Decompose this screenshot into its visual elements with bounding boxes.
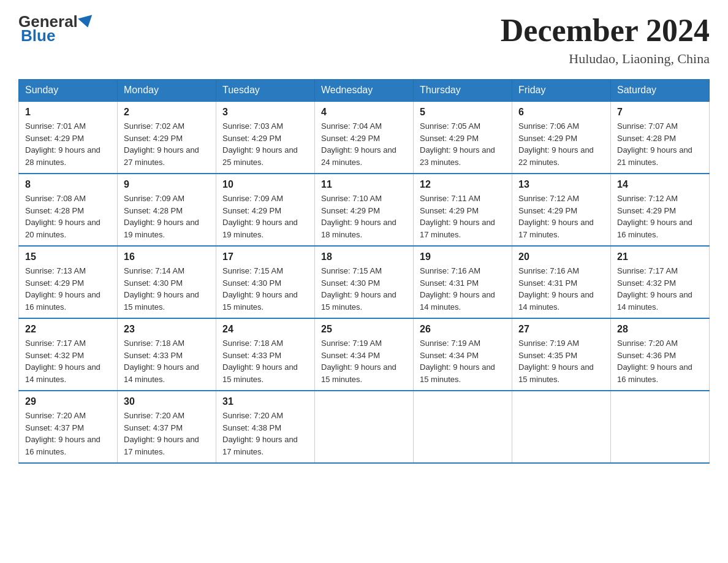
weekday-header-row: SundayMondayTuesdayWednesdayThursdayFrid… [19, 80, 710, 102]
day-info: Sunrise: 7:16 AM Sunset: 4:31 PM Dayligh… [518, 265, 604, 313]
calendar-cell: 29 Sunrise: 7:20 AM Sunset: 4:37 PM Dayl… [19, 391, 118, 463]
week-row-1: 1 Sunrise: 7:01 AM Sunset: 4:29 PM Dayli… [19, 101, 710, 174]
day-number: 24 [222, 324, 308, 335]
calendar-cell: 2 Sunrise: 7:02 AM Sunset: 4:29 PM Dayli… [118, 101, 216, 174]
day-info: Sunrise: 7:12 AM Sunset: 4:29 PM Dayligh… [617, 193, 703, 240]
day-info: Sunrise: 7:20 AM Sunset: 4:37 PM Dayligh… [25, 410, 111, 458]
day-number: 15 [25, 251, 111, 262]
calendar-cell: 21 Sunrise: 7:17 AM Sunset: 4:32 PM Dayl… [611, 246, 710, 318]
day-number: 31 [222, 396, 308, 407]
day-info: Sunrise: 7:17 AM Sunset: 4:32 PM Dayligh… [25, 337, 111, 385]
week-row-3: 15 Sunrise: 7:13 AM Sunset: 4:29 PM Dayl… [19, 246, 710, 318]
day-info: Sunrise: 7:03 AM Sunset: 4:29 PM Dayligh… [222, 120, 308, 168]
day-info: Sunrise: 7:19 AM Sunset: 4:34 PM Dayligh… [420, 337, 506, 385]
logo: General Blue [18, 12, 95, 45]
day-number: 9 [124, 179, 210, 190]
day-number: 26 [420, 324, 506, 335]
day-info: Sunrise: 7:02 AM Sunset: 4:29 PM Dayligh… [124, 120, 210, 168]
day-info: Sunrise: 7:08 AM Sunset: 4:28 PM Dayligh… [25, 193, 111, 240]
day-info: Sunrise: 7:09 AM Sunset: 4:29 PM Dayligh… [222, 193, 308, 240]
day-number: 18 [321, 251, 407, 262]
calendar-cell: 9 Sunrise: 7:09 AM Sunset: 4:28 PM Dayli… [118, 174, 216, 246]
day-number: 29 [25, 396, 111, 407]
calendar-cell: 22 Sunrise: 7:17 AM Sunset: 4:32 PM Dayl… [19, 318, 118, 391]
day-number: 17 [222, 251, 308, 262]
calendar-cell: 19 Sunrise: 7:16 AM Sunset: 4:31 PM Dayl… [414, 246, 512, 318]
day-info: Sunrise: 7:11 AM Sunset: 4:29 PM Dayligh… [420, 193, 506, 240]
calendar-cell [611, 391, 710, 463]
day-number: 20 [518, 251, 604, 262]
day-number: 12 [420, 179, 506, 190]
day-number: 4 [321, 107, 407, 118]
calendar-cell: 16 Sunrise: 7:14 AM Sunset: 4:30 PM Dayl… [118, 246, 216, 318]
calendar-table: SundayMondayTuesdayWednesdayThursdayFrid… [18, 79, 710, 464]
day-info: Sunrise: 7:10 AM Sunset: 4:29 PM Dayligh… [321, 193, 407, 240]
week-row-2: 8 Sunrise: 7:08 AM Sunset: 4:28 PM Dayli… [19, 174, 710, 246]
day-number: 11 [321, 179, 407, 190]
day-number: 28 [617, 324, 703, 335]
day-info: Sunrise: 7:14 AM Sunset: 4:30 PM Dayligh… [124, 265, 210, 313]
weekday-header-saturday: Saturday [611, 80, 710, 102]
calendar-cell: 3 Sunrise: 7:03 AM Sunset: 4:29 PM Dayli… [216, 101, 315, 174]
calendar-cell: 24 Sunrise: 7:18 AM Sunset: 4:33 PM Dayl… [216, 318, 315, 391]
day-number: 1 [25, 107, 111, 118]
calendar-cell: 26 Sunrise: 7:19 AM Sunset: 4:34 PM Dayl… [414, 318, 512, 391]
day-number: 5 [420, 107, 506, 118]
weekday-header-monday: Monday [118, 80, 216, 102]
calendar-cell: 12 Sunrise: 7:11 AM Sunset: 4:29 PM Dayl… [414, 174, 512, 246]
day-info: Sunrise: 7:01 AM Sunset: 4:29 PM Dayligh… [25, 120, 111, 168]
day-number: 19 [420, 251, 506, 262]
weekday-header-tuesday: Tuesday [216, 80, 315, 102]
day-info: Sunrise: 7:19 AM Sunset: 4:34 PM Dayligh… [321, 337, 407, 385]
weekday-header-friday: Friday [512, 80, 611, 102]
calendar-cell: 6 Sunrise: 7:06 AM Sunset: 4:29 PM Dayli… [512, 101, 611, 174]
day-number: 21 [617, 251, 703, 262]
calendar-cell: 27 Sunrise: 7:19 AM Sunset: 4:35 PM Dayl… [512, 318, 611, 391]
day-info: Sunrise: 7:20 AM Sunset: 4:36 PM Dayligh… [617, 337, 703, 385]
calendar-cell: 13 Sunrise: 7:12 AM Sunset: 4:29 PM Dayl… [512, 174, 611, 246]
weekday-header-sunday: Sunday [19, 80, 118, 102]
month-title: December 2024 [501, 12, 710, 48]
calendar-cell: 14 Sunrise: 7:12 AM Sunset: 4:29 PM Dayl… [611, 174, 710, 246]
header: General Blue December 2024 Huludao, Liao… [18, 12, 710, 67]
day-number: 25 [321, 324, 407, 335]
day-number: 22 [25, 324, 111, 335]
calendar-cell [512, 391, 611, 463]
calendar-cell: 31 Sunrise: 7:20 AM Sunset: 4:38 PM Dayl… [216, 391, 315, 463]
calendar-cell [315, 391, 414, 463]
day-number: 7 [617, 107, 703, 118]
calendar-cell: 18 Sunrise: 7:15 AM Sunset: 4:30 PM Dayl… [315, 246, 414, 318]
day-info: Sunrise: 7:18 AM Sunset: 4:33 PM Dayligh… [124, 337, 210, 385]
day-info: Sunrise: 7:15 AM Sunset: 4:30 PM Dayligh… [222, 265, 308, 313]
logo-blue-text: Blue [21, 26, 55, 45]
week-row-4: 22 Sunrise: 7:17 AM Sunset: 4:32 PM Dayl… [19, 318, 710, 391]
calendar-cell [414, 391, 512, 463]
logo-triangle-icon [78, 15, 95, 29]
title-area: December 2024 Huludao, Liaoning, China [501, 12, 710, 67]
calendar-cell: 23 Sunrise: 7:18 AM Sunset: 4:33 PM Dayl… [118, 318, 216, 391]
day-info: Sunrise: 7:07 AM Sunset: 4:28 PM Dayligh… [617, 120, 703, 168]
day-number: 27 [518, 324, 604, 335]
day-info: Sunrise: 7:06 AM Sunset: 4:29 PM Dayligh… [518, 120, 604, 168]
day-info: Sunrise: 7:13 AM Sunset: 4:29 PM Dayligh… [25, 265, 111, 313]
calendar-cell: 25 Sunrise: 7:19 AM Sunset: 4:34 PM Dayl… [315, 318, 414, 391]
day-number: 13 [518, 179, 604, 190]
day-info: Sunrise: 7:12 AM Sunset: 4:29 PM Dayligh… [518, 193, 604, 240]
weekday-header-wednesday: Wednesday [315, 80, 414, 102]
day-info: Sunrise: 7:05 AM Sunset: 4:29 PM Dayligh… [420, 120, 506, 168]
day-number: 6 [518, 107, 604, 118]
day-info: Sunrise: 7:09 AM Sunset: 4:28 PM Dayligh… [124, 193, 210, 240]
day-number: 23 [124, 324, 210, 335]
day-info: Sunrise: 7:19 AM Sunset: 4:35 PM Dayligh… [518, 337, 604, 385]
location-title: Huludao, Liaoning, China [501, 51, 710, 67]
calendar-cell: 30 Sunrise: 7:20 AM Sunset: 4:37 PM Dayl… [118, 391, 216, 463]
calendar-cell: 8 Sunrise: 7:08 AM Sunset: 4:28 PM Dayli… [19, 174, 118, 246]
day-number: 16 [124, 251, 210, 262]
calendar-cell: 5 Sunrise: 7:05 AM Sunset: 4:29 PM Dayli… [414, 101, 512, 174]
calendar-cell: 10 Sunrise: 7:09 AM Sunset: 4:29 PM Dayl… [216, 174, 315, 246]
calendar-cell: 7 Sunrise: 7:07 AM Sunset: 4:28 PM Dayli… [611, 101, 710, 174]
calendar-cell: 20 Sunrise: 7:16 AM Sunset: 4:31 PM Dayl… [512, 246, 611, 318]
weekday-header-thursday: Thursday [414, 80, 512, 102]
calendar-cell: 1 Sunrise: 7:01 AM Sunset: 4:29 PM Dayli… [19, 101, 118, 174]
calendar-cell: 15 Sunrise: 7:13 AM Sunset: 4:29 PM Dayl… [19, 246, 118, 318]
